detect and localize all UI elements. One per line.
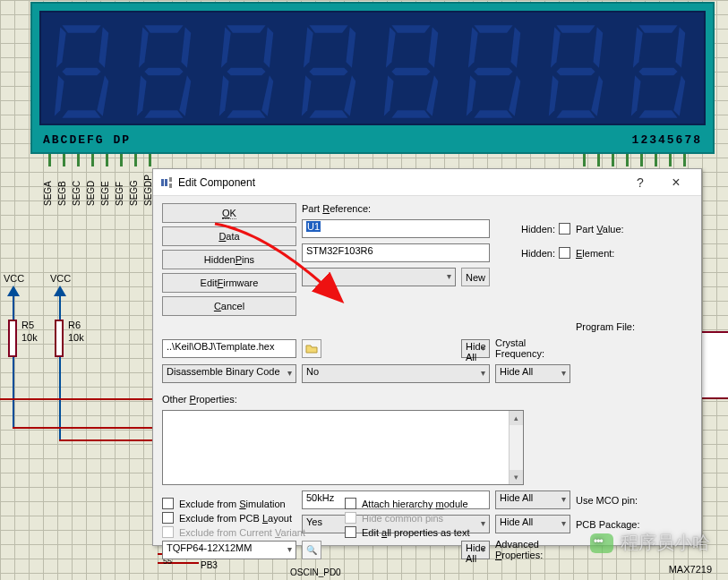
ok-button[interactable]: OK — [162, 203, 296, 223]
dialog-help-button[interactable]: ? — [622, 170, 658, 195]
svg-marker-15 — [263, 27, 273, 67]
edit-firmware-button[interactable]: Edit Firmware — [162, 273, 296, 293]
svg-marker-13 — [144, 68, 183, 76]
new-button[interactable]: New — [461, 268, 490, 286]
hidden-pins-button[interactable]: Hidden Pins — [162, 250, 296, 269]
exclude-sim-checkbox[interactable] — [162, 498, 174, 509]
dialog-close-button[interactable]: × — [658, 170, 694, 195]
seven-seg-digit — [215, 23, 278, 120]
svg-marker-28 — [391, 25, 430, 33]
svg-marker-34 — [391, 68, 430, 76]
r5-ref: R5 — [21, 320, 34, 330]
resistor-r5[interactable] — [8, 320, 17, 357]
svg-marker-37 — [509, 75, 520, 115]
svg-marker-32 — [384, 75, 394, 115]
svg-marker-9 — [179, 75, 191, 115]
cancel-button[interactable]: Cancel — [162, 296, 296, 316]
scrollbar[interactable]: ▴ ▾ — [509, 411, 523, 484]
svg-marker-1 — [98, 27, 108, 67]
program-visibility-select[interactable]: Hide All — [461, 339, 490, 358]
hidden-val-checkbox[interactable] — [559, 247, 570, 259]
svg-marker-40 — [468, 27, 478, 67]
part-value-input[interactable]: STM32F103R6 — [302, 243, 490, 262]
pcb-visibility-select[interactable]: Hide All — [461, 541, 490, 559]
attach-module-checkbox[interactable] — [345, 498, 356, 509]
scroll-up-icon[interactable]: ▴ — [510, 411, 523, 425]
exclude-pcb-label: Exclude from PCB Layout — [179, 513, 292, 524]
r5-val: 10k — [21, 332, 38, 343]
watermark-text: 程序员小哈 — [621, 531, 710, 555]
program-file-input[interactable]: ..\Keil\OBJ\Template.hex — [162, 339, 296, 358]
wechat-icon — [590, 533, 613, 553]
svg-marker-20 — [227, 68, 265, 76]
svg-marker-25 — [302, 75, 312, 115]
svg-marker-41 — [474, 68, 512, 76]
browse-file-button[interactable] — [302, 339, 321, 358]
search-icon: 🔍 — [306, 545, 317, 555]
svg-marker-12 — [139, 27, 149, 67]
r6-val: 10k — [68, 332, 84, 343]
element-select[interactable] — [302, 268, 456, 286]
svg-marker-16 — [261, 75, 273, 115]
lbl-element: Element: — [576, 248, 664, 259]
svg-marker-53 — [631, 75, 641, 115]
wire-pb3: PB3 — [201, 560, 218, 570]
lbl-part-ref: Part Reference: — [302, 203, 456, 214]
svg-marker-47 — [551, 27, 561, 67]
seg-pin: SEGE — [100, 154, 113, 206]
adv-visibility-select[interactable]: Hide All — [495, 364, 570, 383]
vcc-label-2: VCC — [50, 273, 71, 284]
svg-marker-24 — [309, 110, 347, 118]
lbl-crystal: Crystal Frequency: — [495, 337, 570, 359]
part-reference-input[interactable]: U1 — [302, 219, 490, 238]
svg-marker-0 — [62, 25, 100, 33]
svg-marker-21 — [309, 25, 347, 33]
pcb-package-select[interactable]: TQFP64-12X12MM — [162, 541, 296, 559]
seven-seg-screen: // placeholder — digits drawn below via … — [39, 11, 706, 125]
hide-common-label: Hide common pins — [362, 513, 443, 524]
seven-seg-digit — [627, 23, 689, 120]
svg-marker-39 — [467, 75, 476, 115]
svg-marker-14 — [227, 25, 265, 33]
display-right-label: 12345678 — [632, 133, 702, 147]
svg-marker-54 — [633, 27, 643, 67]
svg-rect-59 — [169, 183, 172, 188]
dialog-title: Edit Component — [178, 176, 255, 189]
watermark: 程序员小哈 — [590, 531, 710, 555]
svg-marker-36 — [510, 27, 520, 67]
data-button[interactable]: Data — [162, 226, 296, 246]
seg-pin: SEGF — [115, 154, 127, 206]
dialog-titlebar[interactable]: Edit Component ? × — [153, 169, 701, 196]
hide-common-checkbox — [345, 512, 356, 524]
vcc-arrow-icon — [54, 286, 66, 296]
edit-all-text-checkbox[interactable] — [345, 526, 356, 538]
other-properties-textarea[interactable]: ▴ ▾ — [162, 410, 524, 485]
svg-marker-44 — [591, 75, 603, 115]
seven-seg-digit — [297, 23, 360, 120]
svg-marker-5 — [56, 27, 66, 67]
svg-marker-33 — [386, 27, 396, 67]
svg-marker-50 — [675, 27, 685, 67]
r6-ref: R6 — [68, 320, 81, 330]
svg-marker-52 — [638, 110, 677, 118]
seg-pin: SEGA — [43, 154, 56, 206]
svg-marker-18 — [219, 75, 229, 115]
svg-marker-17 — [227, 110, 265, 118]
scroll-down-icon[interactable]: ▾ — [510, 470, 523, 484]
hidden-ref-row: Hidden: — [495, 223, 570, 235]
svg-marker-31 — [391, 110, 430, 118]
hidden-ref-checkbox[interactable] — [559, 223, 570, 235]
svg-marker-11 — [137, 75, 147, 115]
adv-prop-right-select[interactable]: No — [302, 364, 490, 383]
edit-component-dialog: Edit Component ? × Part Reference: U1 Hi… — [152, 168, 702, 546]
resistor-r6[interactable] — [55, 320, 64, 357]
seven-seg-display[interactable]: // placeholder — digits drawn below via … — [30, 2, 715, 154]
svg-marker-8 — [181, 27, 191, 67]
exclude-pcb-checkbox[interactable] — [162, 512, 174, 524]
adv-prop-left-select[interactable]: Disassemble Binary Code — [162, 364, 296, 383]
svg-marker-48 — [556, 68, 595, 76]
svg-marker-26 — [304, 27, 313, 67]
pcb-browse-button[interactable]: 🔍 — [302, 541, 321, 559]
svg-marker-55 — [638, 68, 677, 76]
lbl-pcb: PCB Package: — [576, 519, 664, 530]
